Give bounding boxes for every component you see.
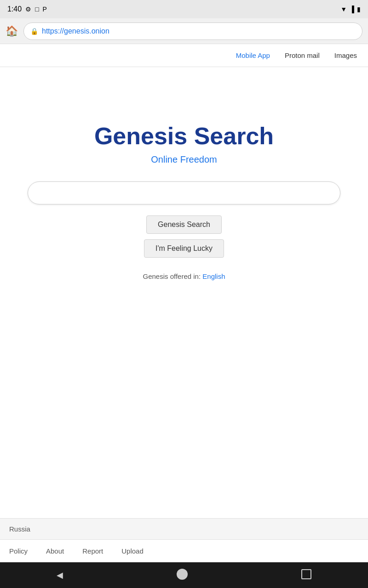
nav-mobile-app[interactable]: Mobile App: [236, 51, 270, 59]
footer-report-link[interactable]: Report: [82, 547, 103, 555]
status-left: 1:40 ⚙ □ P: [7, 5, 47, 13]
country-bar: Russia: [0, 518, 368, 539]
status-bar: 1:40 ⚙ □ P ▼ ▐ ▮: [0, 0, 368, 18]
p-icon: P: [43, 6, 47, 13]
status-right: ▼ ▐ ▮: [340, 6, 361, 13]
home-button[interactable]: 🏠: [6, 25, 18, 37]
settings-icon: ⚙: [25, 6, 31, 13]
button-group: Genesis Search I'm Feeling Lucky: [144, 215, 224, 258]
address-bar-container: 🏠 🔒 https://genesis.onion: [0, 18, 368, 44]
wifi-icon: ▼: [340, 6, 347, 13]
signal-icon: ▐: [350, 6, 354, 13]
android-nav-bar: ◀: [0, 562, 368, 588]
feeling-lucky-button[interactable]: I'm Feeling Lucky: [144, 239, 224, 258]
recents-button[interactable]: [301, 569, 311, 582]
footer-about-link[interactable]: About: [46, 547, 64, 555]
url-https: https://: [42, 27, 64, 35]
country-name: Russia: [9, 525, 30, 533]
site-subtitle: Online Freedom: [151, 154, 217, 165]
url-display: https://genesis.onion: [42, 27, 109, 35]
sim-icon: □: [35, 6, 39, 13]
nav-proton-mail[interactable]: Proton mail: [285, 51, 320, 59]
back-button[interactable]: ◀: [57, 570, 63, 580]
footer-upload-link[interactable]: Upload: [121, 547, 144, 555]
nav-bar: Mobile App Proton mail Images: [0, 44, 368, 67]
battery-icon: ▮: [357, 6, 361, 13]
nav-images[interactable]: Images: [334, 51, 357, 59]
footer-region: Russia Policy About Report Upload: [0, 518, 368, 562]
status-time: 1:40: [7, 5, 22, 13]
language-link[interactable]: English: [202, 272, 225, 280]
lock-icon: 🔒: [30, 28, 38, 35]
genesis-search-button[interactable]: Genesis Search: [146, 215, 222, 234]
offered-text: Genesis offered in: English: [143, 272, 225, 280]
site-title: Genesis Search: [94, 122, 274, 150]
home-icon: 🏠: [6, 25, 18, 37]
footer-links: Policy About Report Upload: [0, 539, 368, 562]
home-nav-button[interactable]: [177, 569, 188, 582]
address-bar[interactable]: 🔒 https://genesis.onion: [23, 23, 362, 40]
search-input[interactable]: [28, 181, 340, 204]
url-domain: genesis.onion: [64, 27, 109, 35]
footer-policy-link[interactable]: Policy: [9, 547, 28, 555]
main-content: Genesis Search Online Freedom Genesis Se…: [0, 67, 368, 518]
